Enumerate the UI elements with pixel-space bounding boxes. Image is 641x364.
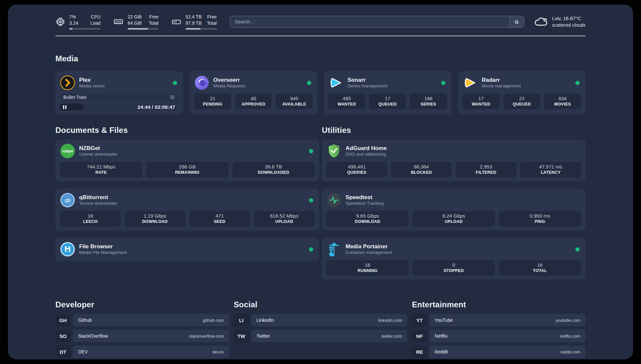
storage-total-label: Total (207, 20, 217, 26)
memory-free-value: 22 GiB (128, 14, 142, 20)
status-dot (309, 247, 313, 252)
svg-text:nzbget: nzbget (62, 149, 73, 153)
ram-icon (113, 17, 124, 27)
app-desc: Speedtest Tracking (346, 201, 384, 206)
link-abbr: DT (55, 346, 71, 358)
stat-tile: 2,953 FILTERED (456, 162, 516, 177)
app-name: Sonarr (348, 76, 387, 83)
stat-tile: 16 RUNNING (326, 260, 409, 276)
link-row-reddit[interactable]: RE Reddit reddit.com (412, 346, 586, 358)
section-title-utilities: Utilities (322, 126, 586, 135)
link-name: DEV (78, 349, 88, 354)
link-row-linkedin[interactable]: LI LinkedIn linkedin.com (234, 314, 408, 326)
link-url: reddit.com (560, 349, 580, 354)
link-abbr: TW (234, 330, 249, 342)
app-card-speedtest[interactable]: Speedtest Speedtest Tracking 9.65 Gbps D… (322, 189, 586, 230)
link-row-dev[interactable]: DT DEV dev.to (55, 346, 229, 358)
status-dot (173, 81, 177, 85)
section-title-social: Social (234, 300, 408, 309)
system-metrics: 7% 3.24 CPU Load (55, 14, 217, 29)
app-name: Overseerr (213, 76, 246, 83)
link-row-github[interactable]: GH Github github.com (55, 314, 229, 326)
screenshot-icon[interactable] (170, 95, 175, 100)
app-card-radarr[interactable]: Radarr Movie management 17 WANTED 22 QUE… (458, 71, 586, 114)
link-abbr: YT (412, 314, 427, 326)
link-row-youtube[interactable]: YT YouTube youtube.com (412, 314, 586, 326)
stat-tile: 22 QUEUED (504, 94, 540, 109)
link-url: stackoverflow.com (189, 334, 224, 339)
app-desc: Media server (79, 83, 105, 89)
stat-tile: 498,461 QUERIES (326, 162, 387, 177)
link-row-stackoverflow[interactable]: SO StackOverflow stackoverflow.com (55, 330, 229, 342)
app-desc: Series management (348, 83, 387, 89)
stat-tile: 834 MOVIES (544, 94, 581, 109)
cpu-label: CPU (91, 14, 101, 20)
app-desc: Movie management (482, 83, 521, 89)
link-name: Netflix (435, 333, 447, 339)
app-card-overseerr[interactable]: Overseerr Media Requests 21 PENDING 40 A… (190, 71, 317, 114)
cpu-metric: 7% 3.24 CPU Load (55, 14, 101, 29)
overseerr-icon (194, 75, 209, 90)
status-dot (309, 149, 313, 153)
stat-tile: 21 PENDING (194, 94, 231, 109)
disk-icon (171, 17, 182, 27)
app-name: Plex (79, 76, 105, 83)
app-name: qBittorrent (79, 194, 117, 201)
nzbget-icon: nzbget (60, 143, 75, 159)
status-dot (575, 81, 580, 85)
status-dot (441, 81, 445, 85)
app-card-portainer[interactable]: Media Portainer Container management 16 … (322, 238, 586, 280)
weather-location-temp: Lviv, 16.87°C (552, 15, 586, 22)
now-playing-row: Bullet Train (60, 94, 178, 101)
stat-tile: 47.571 ms LATENCY (520, 162, 581, 177)
app-desc: Media File Management (79, 250, 127, 256)
app-card-sonarr[interactable]: Sonarr Series management 485 WANTED 17 Q… (324, 71, 451, 114)
weather-condition: scattered clouds (552, 22, 586, 28)
app-desc: Container management (346, 250, 392, 256)
memory-progressbar (128, 28, 159, 30)
section-title-entertainment: Entertainment (412, 300, 586, 309)
stat-tile: 945 AVAILABLE (276, 94, 313, 109)
plex-icon (60, 75, 75, 90)
link-abbr: NF (412, 330, 427, 342)
stat-tile: 485 WANTED (328, 94, 365, 109)
app-card-nzbget[interactable]: nzbget NZBGet Usenet downloader 744.21 M… (55, 139, 319, 181)
link-abbr: RE (412, 346, 427, 358)
cpu-load-value: 3.24 (69, 20, 78, 26)
adguard-icon (326, 143, 342, 159)
link-name: Reddit (435, 349, 448, 354)
link-row-twitter[interactable]: TW Twitter twitter.com (234, 330, 408, 342)
cpu-percent: 7% (69, 14, 76, 20)
link-abbr: LI (234, 314, 249, 326)
app-desc: Torrent downloader (79, 201, 117, 206)
app-name: AdGuard Home (346, 145, 387, 152)
link-url: linkedin.com (378, 318, 402, 323)
search-engine-button[interactable]: G (509, 16, 524, 27)
section-title-media: Media (55, 54, 586, 63)
app-name: Radarr (482, 76, 521, 83)
stat-tile: 471 SEED (189, 211, 250, 227)
link-row-netflix[interactable]: NF Netflix netflix.com (412, 330, 586, 342)
sonarr-icon (328, 75, 344, 90)
link-abbr: GH (55, 314, 71, 326)
app-desc: Usenet downloader (79, 152, 117, 157)
stat-tile: 39.6 TB DOWNLOADED (232, 162, 315, 177)
link-name: StackOverflow (78, 333, 108, 339)
search-input[interactable] (230, 16, 524, 28)
app-card-qbittorrent[interactable]: qb qBittorrent Torrent downloader 16 LEE… (55, 189, 319, 230)
memory-total-label: Total (149, 20, 159, 26)
app-name: File Browser (79, 243, 127, 250)
app-card-plex[interactable]: Plex Media server Bullet Train (55, 71, 183, 114)
app-card-adguard[interactable]: AdGuard Home DNS and adblocking 498,461 … (322, 139, 586, 181)
memory-total-value: 64 GiB (128, 20, 142, 26)
stat-tile: 9.24 Gbps UPLOAD (412, 211, 495, 227)
link-url: netflix.com (560, 334, 580, 339)
pause-icon[interactable] (63, 105, 67, 109)
app-name: NZBGet (79, 145, 117, 152)
cloud-icon (534, 15, 548, 28)
header-divider (55, 36, 586, 36)
app-card-filebrowser[interactable]: File Browser Media File Management (55, 238, 319, 261)
weather-widget: Lviv, 16.87°C scattered clouds (534, 15, 586, 28)
stat-tile: 0 STOPPED (412, 260, 495, 276)
link-name: Twitter (257, 333, 270, 339)
